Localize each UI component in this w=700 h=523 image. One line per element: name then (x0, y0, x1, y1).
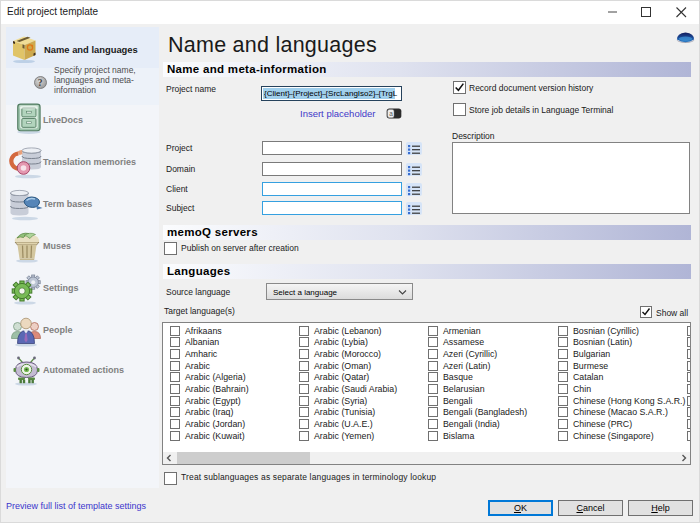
svg-text:a: a (389, 110, 393, 117)
svg-text:?: ? (38, 78, 43, 88)
